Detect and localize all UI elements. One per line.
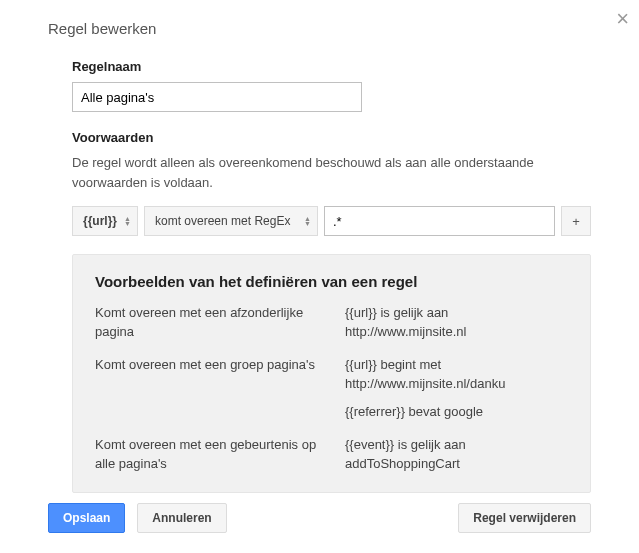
edit-rule-dialog: Regel bewerken Regelnaam Voorwaarden De … xyxy=(0,0,639,493)
delete-rule-button[interactable]: Regel verwijderen xyxy=(458,503,591,533)
example-row: Komt overeen met een groep pagina's {{ur… xyxy=(95,356,568,423)
dialog-title: Regel bewerken xyxy=(48,20,591,37)
chevron-updown-icon: ▲▼ xyxy=(304,216,311,226)
conditions-description: De regel wordt alleen als overeenkomend … xyxy=(72,153,591,192)
condition-variable-select[interactable]: {{url}} ▲▼ xyxy=(72,206,138,236)
example-row: Komt overeen met een afzonderlijke pagin… xyxy=(95,304,568,342)
dialog-footer: Opslaan Annuleren Regel verwijderen xyxy=(0,483,639,553)
condition-variable-value: {{url}} xyxy=(83,214,117,228)
examples-panel: Voorbeelden van het definiëren van een r… xyxy=(72,254,591,493)
chevron-updown-icon: ▲▼ xyxy=(124,216,131,226)
example-description: Komt overeen met een gebeurtenis op alle… xyxy=(95,436,345,474)
condition-operator-select[interactable]: komt overeen met RegEx ▲▼ xyxy=(144,206,318,236)
example-description: Komt overeen met een groep pagina's xyxy=(95,356,345,423)
example-pattern-line: {{url}} begint met http://www.mijnsite.n… xyxy=(345,356,568,394)
examples-title: Voorbeelden van het definiëren van een r… xyxy=(95,273,568,290)
example-pattern-line: {{event}} is gelijk aan addToShoppingCar… xyxy=(345,436,568,474)
close-icon[interactable]: × xyxy=(616,6,629,32)
example-pattern-line: {{url}} is gelijk aan http://www.mijnsit… xyxy=(345,304,568,342)
cancel-button[interactable]: Annuleren xyxy=(137,503,226,533)
condition-row: {{url}} ▲▼ komt overeen met RegEx ▲▼ + xyxy=(72,206,591,236)
save-button[interactable]: Opslaan xyxy=(48,503,125,533)
rule-name-label: Regelnaam xyxy=(72,59,591,74)
conditions-label: Voorwaarden xyxy=(72,130,591,145)
dialog-content: Regelnaam Voorwaarden De regel wordt all… xyxy=(48,59,591,493)
rule-name-input[interactable] xyxy=(72,82,362,112)
add-condition-button[interactable]: + xyxy=(561,206,591,236)
example-pattern: {{url}} begint met http://www.mijnsite.n… xyxy=(345,356,568,423)
condition-value-input[interactable] xyxy=(324,206,555,236)
example-row: Komt overeen met een gebeurtenis op alle… xyxy=(95,436,568,474)
example-pattern-line: {{referrer}} bevat google xyxy=(345,403,568,422)
example-pattern: {{event}} is gelijk aan addToShoppingCar… xyxy=(345,436,568,474)
example-description: Komt overeen met een afzonderlijke pagin… xyxy=(95,304,345,342)
example-pattern: {{url}} is gelijk aan http://www.mijnsit… xyxy=(345,304,568,342)
condition-operator-value: komt overeen met RegEx xyxy=(155,214,290,228)
